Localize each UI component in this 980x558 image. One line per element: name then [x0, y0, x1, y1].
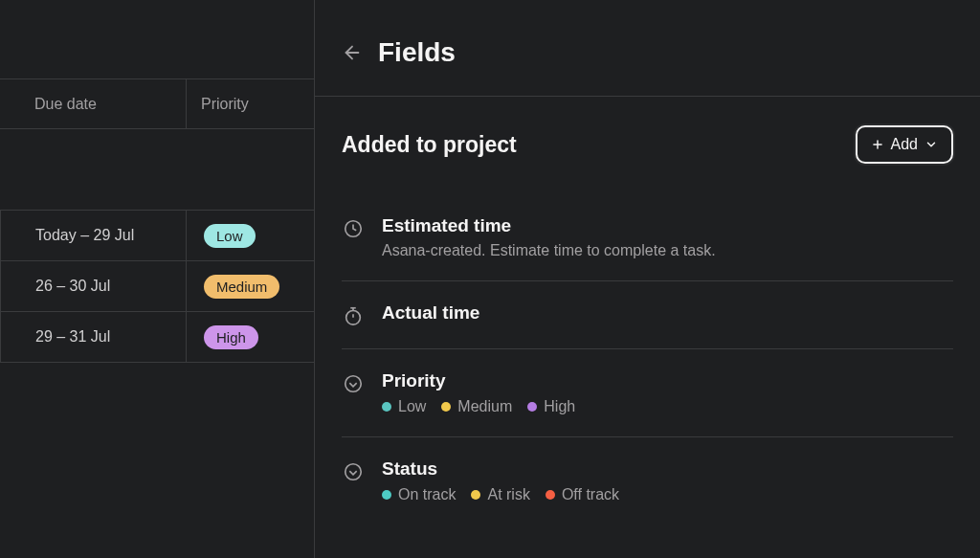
option-label: At risk — [487, 486, 529, 503]
field-name-label: Estimated time — [382, 215, 953, 236]
col-header-priority[interactable]: Priority — [187, 79, 314, 128]
field-body: Actual time — [382, 302, 953, 324]
table-row[interactable]: 29 – 31 Jul High — [0, 312, 314, 363]
field-name-label: Priority — [382, 370, 953, 391]
color-dot-icon — [546, 490, 555, 500]
option-label: Off track — [562, 486, 619, 503]
color-dot-icon — [441, 402, 451, 412]
add-field-button[interactable]: Add — [856, 125, 953, 164]
priority-pill: Medium — [204, 275, 279, 299]
cell-priority[interactable]: Low — [187, 211, 314, 260]
field-option: High — [527, 398, 575, 415]
color-dot-icon — [471, 490, 480, 500]
table-section-gap — [0, 129, 314, 211]
section-header-row: Added to project Add — [342, 125, 953, 164]
col-header-due-label: Due date — [34, 96, 97, 113]
cell-priority[interactable]: High — [187, 312, 314, 362]
table-row[interactable]: 26 – 30 Jul Medium — [0, 261, 314, 312]
field-option: On track — [382, 486, 456, 503]
field-option: Low — [382, 398, 426, 415]
table-rows: Today – 29 Jul Low 26 – 30 Jul Medium 29… — [0, 211, 314, 363]
panel-header: Fields — [315, 0, 980, 97]
field-options: On track At risk Off track — [382, 486, 953, 503]
section-title: Added to project — [342, 132, 517, 158]
cell-due-date[interactable]: 29 – 31 Jul — [0, 312, 187, 362]
add-button-label: Add — [891, 136, 918, 153]
field-option: At risk — [471, 486, 529, 503]
field-body: Estimated time Asana-created. Estimate t… — [382, 215, 953, 259]
option-label: High — [544, 398, 575, 415]
color-dot-icon — [527, 402, 537, 412]
color-dot-icon — [382, 490, 391, 500]
cell-priority[interactable]: Medium — [187, 261, 314, 311]
field-item-priority[interactable]: Priority Low Medium High — [342, 349, 953, 437]
option-label: Medium — [457, 398, 512, 415]
panel-section: Added to project Add Estimated time Asan… — [315, 97, 980, 525]
cell-due-date[interactable]: 26 – 30 Jul — [0, 261, 187, 311]
priority-pill: Low — [204, 224, 256, 248]
svg-point-9 — [345, 464, 362, 480]
option-label: On track — [398, 486, 456, 503]
left-spacer — [0, 0, 314, 78]
dropdown-field-icon — [342, 372, 365, 395]
plus-icon — [871, 138, 884, 151]
field-options: Low Medium High — [382, 398, 953, 415]
field-option: Medium — [441, 398, 512, 415]
col-header-priority-label: Priority — [201, 96, 249, 113]
table-row[interactable]: Today – 29 Jul Low — [0, 211, 314, 261]
col-header-due[interactable]: Due date — [0, 79, 187, 128]
field-description: Asana-created. Estimate time to complete… — [382, 242, 953, 259]
svg-point-8 — [345, 376, 362, 392]
fields-panel: Fields Added to project Add Estimated ti… — [315, 0, 980, 558]
chevron-down-icon — [924, 138, 938, 151]
field-item-status[interactable]: Status On track At risk Off track — [342, 437, 953, 525]
clock-icon — [342, 217, 365, 240]
table-header-row: Due date Priority — [0, 78, 314, 129]
stopwatch-icon — [342, 304, 365, 327]
panel-title: Fields — [378, 37, 456, 68]
field-body: Priority Low Medium High — [382, 370, 953, 415]
option-label: Low — [398, 398, 426, 415]
field-name-label: Actual time — [382, 302, 953, 324]
field-item-actual-time[interactable]: Actual time — [342, 281, 953, 349]
field-body: Status On track At risk Off track — [382, 458, 953, 503]
field-item-estimated-time[interactable]: Estimated time Asana-created. Estimate t… — [342, 194, 953, 281]
back-arrow-icon[interactable] — [342, 42, 363, 63]
color-dot-icon — [382, 402, 391, 412]
field-name-label: Status — [382, 458, 953, 480]
dropdown-field-icon — [342, 460, 365, 483]
cell-due-date[interactable]: Today – 29 Jul — [0, 211, 187, 260]
left-table-panel: Due date Priority Today – 29 Jul Low 26 … — [0, 0, 315, 558]
field-option: Off track — [546, 486, 619, 503]
priority-pill: High — [204, 325, 258, 349]
